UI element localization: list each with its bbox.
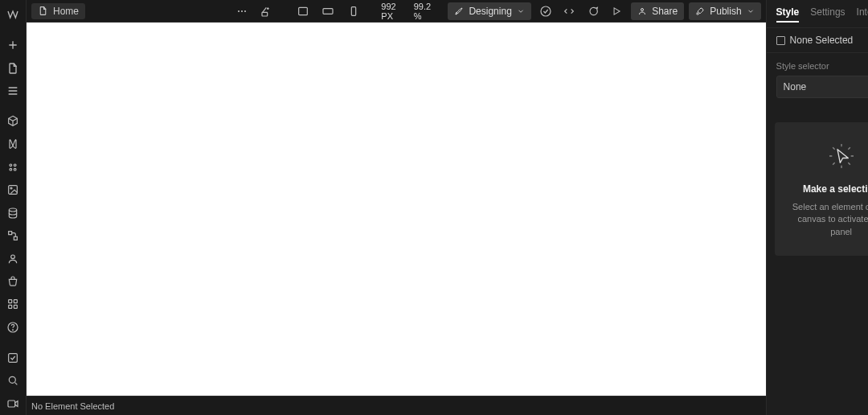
- svg-point-26: [541, 6, 551, 16]
- apps-icon[interactable]: [0, 293, 27, 315]
- ecommerce-icon[interactable]: [0, 270, 27, 293]
- tab-settings[interactable]: Settings: [810, 6, 845, 23]
- svg-rect-25: [351, 6, 355, 15]
- help-icon[interactable]: [0, 316, 27, 339]
- style-manager-icon[interactable]: [0, 156, 27, 179]
- breakpoint-add-icon[interactable]: [256, 0, 276, 23]
- zoom-unit: %: [414, 11, 422, 21]
- svg-rect-16: [9, 353, 18, 362]
- main-column: Home 992 PX 99.2 %: [27, 0, 766, 415]
- logo-icon[interactable]: [0, 3, 27, 26]
- empty-state-title: Make a selection: [786, 183, 868, 195]
- right-panel: Style Settings Interactions None Selecte…: [766, 0, 868, 415]
- navigator-icon[interactable]: [0, 80, 27, 102]
- canvas-area: [27, 23, 766, 396]
- svg-point-0: [10, 164, 12, 166]
- style-selector-label: Style selector: [776, 61, 868, 71]
- code-export-icon[interactable]: [559, 1, 579, 22]
- viewport-unit: PX: [381, 11, 393, 21]
- users-icon[interactable]: [0, 247, 27, 269]
- svg-rect-22: [262, 12, 268, 16]
- tab-interactions[interactable]: Interactions: [857, 6, 868, 23]
- brush-icon: [454, 6, 464, 16]
- app-root: Home 992 PX 99.2 %: [0, 0, 868, 415]
- svg-point-9: [11, 255, 15, 259]
- viewport-info: 992 PX 99.2 %: [381, 2, 438, 21]
- more-menu-icon[interactable]: [231, 0, 252, 23]
- svg-rect-8: [14, 236, 17, 240]
- svg-point-21: [244, 10, 246, 11]
- left-tool-rail: [0, 0, 27, 415]
- publish-button[interactable]: Publish: [689, 2, 760, 20]
- add-element-icon[interactable]: [0, 34, 27, 56]
- status-bar: No Element Selected: [27, 396, 766, 415]
- top-bar: Home 992 PX 99.2 %: [27, 0, 766, 23]
- page-selector[interactable]: Home: [31, 3, 85, 19]
- search-icon[interactable]: [0, 369, 27, 392]
- svg-point-27: [641, 8, 644, 10]
- canvas[interactable]: [27, 23, 766, 396]
- element-type-icon: [776, 36, 785, 45]
- status-selection: No Element Selected: [31, 401, 114, 411]
- publish-label: Publish: [710, 6, 741, 17]
- svg-rect-13: [14, 306, 17, 309]
- comments-icon[interactable]: [583, 1, 603, 22]
- tab-style[interactable]: Style: [776, 6, 800, 23]
- svg-point-19: [238, 10, 240, 11]
- style-selector-input[interactable]: None: [776, 76, 868, 98]
- empty-state-panel: Make a selection Select an element on th…: [775, 122, 868, 256]
- svg-rect-4: [9, 186, 18, 195]
- svg-rect-11: [14, 300, 17, 303]
- selected-element-label: None Selected: [790, 35, 854, 46]
- rocket-icon: [695, 6, 705, 16]
- page-name: Home: [53, 6, 79, 17]
- svg-rect-10: [9, 300, 12, 303]
- status-check-icon[interactable]: [536, 1, 555, 22]
- style-selector-value: None: [784, 81, 807, 92]
- svg-point-2: [10, 168, 12, 171]
- svg-point-5: [10, 187, 12, 189]
- breakpoint-tablet-icon[interactable]: [318, 0, 338, 23]
- share-button[interactable]: Share: [631, 2, 684, 20]
- svg-rect-7: [9, 232, 12, 235]
- page-icon: [38, 6, 48, 16]
- assets-icon[interactable]: [0, 179, 27, 201]
- svg-rect-12: [9, 306, 12, 309]
- chevron-down-icon: [747, 7, 755, 15]
- style-selector-section: Style selector None: [767, 53, 868, 106]
- empty-state-body: Select an element on the canvas to activ…: [786, 201, 868, 238]
- preview-play-icon[interactable]: [608, 1, 627, 22]
- svg-point-1: [14, 164, 16, 166]
- svg-rect-23: [298, 7, 307, 14]
- breakpoint-mobile-icon[interactable]: [343, 0, 363, 23]
- cms-icon[interactable]: [0, 201, 27, 224]
- svg-point-6: [9, 208, 16, 212]
- mode-label: Designing: [469, 6, 511, 17]
- video-icon[interactable]: [0, 392, 27, 414]
- variables-icon[interactable]: [0, 133, 27, 155]
- right-panel-tabs: Style Settings Interactions: [767, 0, 868, 28]
- svg-rect-18: [8, 401, 15, 407]
- svg-point-15: [13, 330, 14, 331]
- mode-switch-button[interactable]: Designing: [448, 2, 530, 20]
- chevron-down-icon: [517, 7, 525, 15]
- pages-icon[interactable]: [0, 56, 27, 79]
- zoom-value: 99.2: [414, 2, 431, 11]
- logic-icon[interactable]: [0, 224, 27, 247]
- cursor-illustration-icon: [825, 140, 858, 172]
- breakpoint-desktop-icon[interactable]: [293, 0, 313, 23]
- svg-point-3: [14, 168, 16, 171]
- selected-element-row[interactable]: None Selected: [767, 28, 868, 53]
- person-icon: [637, 6, 647, 16]
- components-icon[interactable]: [0, 110, 27, 133]
- svg-point-20: [241, 10, 243, 11]
- viewport-width: 992: [381, 2, 395, 11]
- audit-icon[interactable]: [0, 347, 27, 369]
- svg-point-17: [9, 377, 15, 384]
- share-label: Share: [652, 6, 678, 17]
- svg-rect-24: [323, 8, 333, 14]
